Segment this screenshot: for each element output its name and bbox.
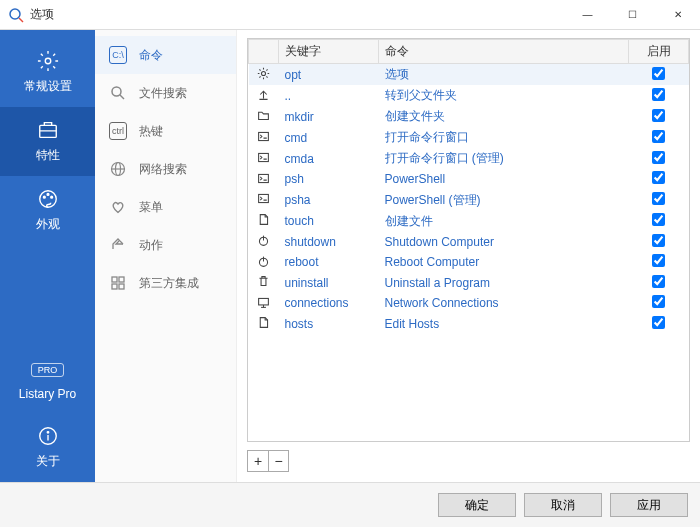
keyboard-icon: ctrl (109, 122, 127, 140)
row-enabled (629, 106, 689, 127)
table-row[interactable]: cmda打开命令行窗口 (管理) (249, 148, 689, 169)
sub-item-menu[interactable]: 菜单 (95, 188, 236, 226)
enabled-checkbox[interactable] (652, 213, 665, 226)
table-row[interactable]: pshaPowerShell (管理) (249, 190, 689, 211)
row-keyword: psha (279, 190, 379, 211)
add-button[interactable]: + (248, 451, 268, 471)
enabled-checkbox[interactable] (652, 130, 665, 143)
remove-button[interactable]: − (268, 451, 288, 471)
row-command: Edit Hosts (379, 314, 629, 335)
col-icon[interactable] (249, 40, 279, 64)
enabled-checkbox[interactable] (652, 151, 665, 164)
sub-item-web-search[interactable]: 网络搜索 (95, 150, 236, 188)
row-enabled (629, 169, 689, 190)
row-command: Reboot Computer (379, 252, 629, 273)
enabled-checkbox[interactable] (652, 295, 665, 308)
col-enabled[interactable]: 启用 (629, 40, 689, 64)
svg-rect-21 (259, 132, 269, 140)
enabled-checkbox[interactable] (652, 171, 665, 184)
enabled-checkbox[interactable] (652, 88, 665, 101)
row-icon (249, 148, 279, 169)
enabled-checkbox[interactable] (652, 275, 665, 288)
enabled-checkbox[interactable] (652, 67, 665, 80)
svg-point-2 (45, 58, 51, 64)
row-keyword: .. (279, 85, 379, 106)
app-icon (8, 7, 24, 23)
row-command: Network Connections (379, 293, 629, 314)
sidebar-item-label: 外观 (36, 216, 60, 233)
sub-item-hotkeys[interactable]: ctrl 热键 (95, 112, 236, 150)
row-keyword: mkdir (279, 106, 379, 127)
svg-line-1 (19, 18, 23, 22)
table-row[interactable]: opt选项 (249, 64, 689, 86)
svg-rect-16 (112, 277, 117, 282)
enabled-checkbox[interactable] (652, 109, 665, 122)
table-row[interactable]: pshPowerShell (249, 169, 689, 190)
minimize-button[interactable]: — (565, 0, 610, 29)
sidebar-item-general[interactable]: 常规设置 (0, 38, 95, 107)
col-command[interactable]: 命令 (379, 40, 629, 64)
sidebar-item-appearance[interactable]: 外观 (0, 176, 95, 245)
row-command: Shutdown Computer (379, 232, 629, 253)
maximize-button[interactable]: ☐ (610, 0, 655, 29)
row-keyword: connections (279, 293, 379, 314)
window-title: 选项 (30, 6, 565, 23)
table-row[interactable]: mkdir创建文件夹 (249, 106, 689, 127)
row-keyword: cmd (279, 127, 379, 148)
grid-icon (109, 274, 127, 292)
table-row[interactable]: rebootReboot Computer (249, 252, 689, 273)
enabled-checkbox[interactable] (652, 234, 665, 247)
svg-point-6 (47, 194, 49, 196)
table-row[interactable]: shutdownShutdown Computer (249, 232, 689, 253)
cancel-button[interactable]: 取消 (524, 493, 602, 517)
sidebar-item-label: 特性 (36, 147, 60, 164)
row-icon (249, 211, 279, 232)
close-button[interactable]: ✕ (655, 0, 700, 29)
row-icon (249, 314, 279, 335)
sidebar-item-pro[interactable]: PRO Listary Pro (0, 351, 95, 413)
sidebar-item-label: Listary Pro (19, 387, 76, 401)
row-enabled (629, 148, 689, 169)
sub-item-label: 文件搜索 (139, 85, 187, 102)
svg-point-7 (50, 196, 52, 198)
enabled-checkbox[interactable] (652, 254, 665, 267)
row-command: Uninstall a Program (379, 273, 629, 294)
row-command: PowerShell (379, 169, 629, 190)
table-row[interactable]: ..转到父文件夹 (249, 85, 689, 106)
apply-button[interactable]: 应用 (610, 493, 688, 517)
table-row[interactable]: connectionsNetwork Connections (249, 293, 689, 314)
sidebar-item-features[interactable]: 特性 (0, 107, 95, 176)
row-command: 选项 (379, 64, 629, 86)
sub-item-file-search[interactable]: 文件搜索 (95, 74, 236, 112)
sidebar: 常规设置 特性 外观 PRO Listary Pro 关于 (0, 30, 95, 482)
sub-item-label: 网络搜索 (139, 161, 187, 178)
enabled-checkbox[interactable] (652, 192, 665, 205)
enabled-checkbox[interactable] (652, 316, 665, 329)
ok-button[interactable]: 确定 (438, 493, 516, 517)
table-row[interactable]: touch创建文件 (249, 211, 689, 232)
info-icon (37, 425, 59, 447)
sub-item-commands[interactable]: C:\ 命令 (95, 36, 236, 74)
sub-item-integrations[interactable]: 第三方集成 (95, 264, 236, 302)
table-row[interactable]: hostsEdit Hosts (249, 314, 689, 335)
content-pane: 关键字 命令 启用 opt选项..转到父文件夹mkdir创建文件夹cmd打开命令… (237, 30, 700, 482)
dialog-footer: 确定 取消 应用 (0, 482, 700, 527)
row-command: PowerShell (管理) (379, 190, 629, 211)
palette-icon (37, 188, 59, 210)
sub-item-actions[interactable]: 动作 (95, 226, 236, 264)
table-row[interactable]: cmd打开命令行窗口 (249, 127, 689, 148)
row-keyword: shutdown (279, 232, 379, 253)
table-row[interactable]: uninstallUninstall a Program (249, 273, 689, 294)
row-command: 创建文件夹 (379, 106, 629, 127)
svg-point-11 (112, 87, 121, 96)
row-icon (249, 64, 279, 86)
row-command: 打开命令行窗口 (379, 127, 629, 148)
col-keyword[interactable]: 关键字 (279, 40, 379, 64)
globe-icon (109, 160, 127, 178)
svg-rect-24 (259, 195, 269, 203)
sidebar-item-about[interactable]: 关于 (0, 413, 95, 482)
svg-rect-29 (259, 298, 269, 305)
row-command: 创建文件 (379, 211, 629, 232)
row-enabled (629, 190, 689, 211)
sub-item-label: 命令 (139, 47, 163, 64)
